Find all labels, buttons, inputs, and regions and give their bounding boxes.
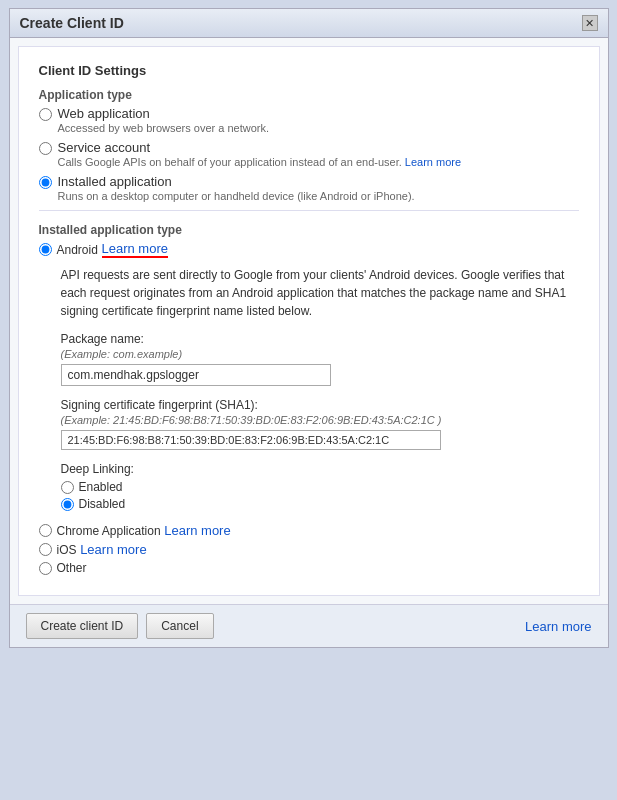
radio-deep-link-disabled[interactable] — [61, 498, 74, 511]
dialog-content: Client ID Settings Application type Web … — [18, 46, 600, 596]
radio-android[interactable] — [39, 243, 52, 256]
footer-learn-more-link[interactable]: Learn more — [525, 619, 591, 634]
deep-link-disabled-label[interactable]: Disabled — [79, 497, 126, 511]
installed-type-label: Installed application type — [39, 223, 579, 237]
radio-deep-link-enabled[interactable] — [61, 481, 74, 494]
radio-ios[interactable] — [39, 543, 52, 556]
android-label[interactable]: Android — [57, 243, 98, 257]
package-name-hint: (Example: com.example) — [61, 348, 579, 360]
close-button[interactable]: ✕ — [582, 15, 598, 31]
radio-service[interactable] — [39, 142, 52, 155]
installed-label[interactable]: Installed application — [58, 174, 415, 189]
app-type-android-item: Android Learn more — [39, 241, 579, 258]
radio-item-installed: Installed application Runs on a desktop … — [39, 174, 579, 202]
web-label-block: Web application Accessed by web browsers… — [58, 106, 270, 134]
dialog-footer: Create client ID Cancel Learn more — [10, 604, 608, 647]
android-description: API requests are sent directly to Google… — [61, 266, 579, 320]
deep-linking-disabled-item: Disabled — [61, 497, 579, 511]
radio-web[interactable] — [39, 108, 52, 121]
radio-other[interactable] — [39, 562, 52, 575]
installed-desc: Runs on a desktop computer or handheld d… — [58, 190, 415, 202]
create-client-id-button[interactable]: Create client ID — [26, 613, 139, 639]
service-desc: Calls Google APIs on behalf of your appl… — [58, 156, 462, 168]
deep-linking-section: Deep Linking: Enabled Disabled — [61, 462, 579, 511]
section-heading: Client ID Settings — [39, 63, 579, 78]
installed-app-type-section: Installed application type Android Learn… — [39, 223, 579, 575]
sha1-input[interactable] — [61, 430, 441, 450]
package-name-label: Package name: — [61, 332, 579, 346]
cancel-button[interactable]: Cancel — [146, 613, 213, 639]
service-label-block: Service account Calls Google APIs on beh… — [58, 140, 462, 168]
package-name-section: Package name: (Example: com.example) — [61, 332, 579, 386]
ios-learn-more-link[interactable]: Learn more — [80, 542, 146, 557]
radio-item-service: Service account Calls Google APIs on beh… — [39, 140, 579, 168]
other-label[interactable]: Other — [57, 561, 87, 575]
deep-link-enabled-label[interactable]: Enabled — [79, 480, 123, 494]
dialog-title: Create Client ID — [20, 15, 124, 31]
dialog-titlebar: Create Client ID ✕ — [10, 9, 608, 38]
deep-linking-enabled-item: Enabled — [61, 480, 579, 494]
chrome-learn-more-link[interactable]: Learn more — [164, 523, 230, 538]
radio-installed[interactable] — [39, 176, 52, 189]
service-learn-more-link[interactable]: Learn more — [405, 156, 461, 168]
web-label[interactable]: Web application — [58, 106, 270, 121]
package-name-input[interactable] — [61, 364, 331, 386]
app-type-chrome-item: Chrome Application Learn more — [39, 523, 579, 538]
signing-cert-hint: (Example: 21:45:BD:F6:98:B8:71:50:39:BD:… — [61, 414, 579, 426]
android-learn-more-link[interactable]: Learn more — [102, 241, 168, 258]
app-type-other-item: Other — [39, 561, 579, 575]
radio-chrome[interactable] — [39, 524, 52, 537]
footer-buttons: Create client ID Cancel — [26, 613, 214, 639]
chrome-label[interactable]: Chrome Application — [57, 524, 161, 538]
divider — [39, 210, 579, 211]
application-type-label: Application type — [39, 88, 579, 102]
ios-label[interactable]: iOS — [57, 543, 77, 557]
deep-linking-label: Deep Linking: — [61, 462, 579, 476]
installed-label-block: Installed application Runs on a desktop … — [58, 174, 415, 202]
app-type-ios-item: iOS Learn more — [39, 542, 579, 557]
create-client-id-dialog: Create Client ID ✕ Client ID Settings Ap… — [9, 8, 609, 648]
signing-cert-label: Signing certificate fingerprint (SHA1): — [61, 398, 579, 412]
web-desc: Accessed by web browsers over a network. — [58, 122, 270, 134]
radio-item-web: Web application Accessed by web browsers… — [39, 106, 579, 134]
signing-cert-section: Signing certificate fingerprint (SHA1): … — [61, 398, 579, 450]
service-label[interactable]: Service account — [58, 140, 462, 155]
